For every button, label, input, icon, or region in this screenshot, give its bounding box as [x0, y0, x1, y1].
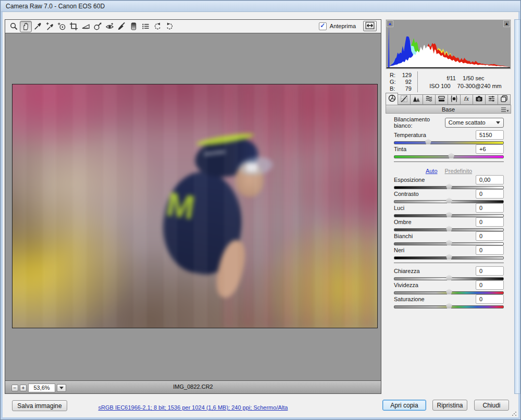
open-copy-button[interactable]: Apri copia	[382, 400, 426, 411]
adjustment-brush-tool-button[interactable]	[116, 21, 128, 32]
preview-image[interactable]: M movistar	[12, 84, 378, 328]
zoom-level-dropdown[interactable]	[57, 384, 66, 392]
detail-tab-icon	[413, 95, 420, 104]
resize-grip[interactable]	[512, 411, 517, 416]
color-sampler-tool-button[interactable]	[44, 21, 56, 32]
tab-detail[interactable]	[411, 94, 423, 105]
zoom-controls: − + 53,6%	[11, 384, 66, 392]
tab-split-toning[interactable]	[436, 94, 448, 105]
slider-row-exposure: Esposizione0,00	[394, 176, 504, 190]
motion-blur-overlay	[13, 84, 377, 328]
auto-link[interactable]: Auto	[426, 168, 438, 174]
titlebar: Camera Raw 7.0 - Canon EOS 60D	[1, 1, 520, 12]
rotate-left-button[interactable]	[152, 21, 164, 32]
targeted-adjustment-tool-button[interactable]	[56, 21, 68, 32]
hand-tool-button[interactable]	[20, 21, 32, 32]
vibrance-label: Vividezza	[394, 282, 418, 288]
shadow-clipping-button[interactable]: ▲	[387, 20, 393, 27]
rotate-right-button[interactable]	[164, 21, 176, 32]
rotate-left-icon	[153, 22, 162, 31]
snapshots-tab-icon	[500, 95, 508, 104]
highlights-value-field[interactable]: 0	[476, 203, 504, 213]
slider-row-tint: Tinta+6	[394, 145, 504, 159]
spot-removal-tool-button[interactable]	[92, 21, 104, 32]
vibrance-value-field[interactable]: 0	[476, 280, 504, 290]
lens-value: 70-300@240 mm	[457, 83, 502, 89]
white-balance-label: Bilanciamento bianco:	[394, 116, 445, 129]
contrast-label: Contrasto	[394, 191, 419, 197]
panel-menu-icon[interactable]	[501, 107, 509, 113]
default-link[interactable]: Predefinito	[445, 168, 473, 174]
fullscreen-arrows-icon	[365, 22, 375, 31]
r-value: 129	[398, 72, 412, 78]
auto-default-links: AutoPredefinito	[394, 166, 504, 175]
section-divider	[394, 162, 504, 163]
tab-effects[interactable]: fx	[461, 94, 473, 105]
zoom-tool-button[interactable]	[8, 21, 20, 32]
white-balance-value: Come scattato	[449, 119, 486, 126]
toggle-fullscreen-button[interactable]	[363, 21, 377, 31]
tint-label: Tinta	[394, 146, 406, 152]
tab-basic[interactable]	[386, 93, 398, 105]
tab-camera-calibration[interactable]	[473, 94, 486, 105]
shadows-value-field[interactable]: 0	[476, 217, 504, 227]
crop-tool-button[interactable]	[68, 21, 80, 32]
white-balance-tool-button[interactable]	[32, 21, 44, 32]
zoom-tool-icon	[9, 22, 18, 31]
crop-tool-icon	[69, 22, 78, 31]
saturation-label: Saturazione	[394, 296, 425, 302]
clarity-label: Chiarezza	[394, 268, 420, 274]
clarity-value-field[interactable]: 0	[476, 266, 504, 276]
panel-scrollbar[interactable]	[514, 19, 520, 394]
whites-label: Bianchi	[394, 233, 413, 239]
whites-value-field[interactable]: 0	[476, 231, 504, 241]
svg-text:fx: fx	[464, 95, 469, 102]
preferences-button[interactable]	[140, 21, 152, 32]
basic-panel-body: Bilanciamento bianco: Come scattato Temp…	[384, 116, 513, 309]
zoom-out-button[interactable]: −	[11, 385, 18, 391]
tab-hsl-grayscale[interactable]	[423, 94, 436, 105]
straighten-tool-button[interactable]	[80, 21, 92, 32]
panel-tabs: fx	[386, 93, 511, 105]
iso-value: ISO 100	[429, 83, 450, 89]
slider-row-contrast: Contrasto0	[394, 190, 504, 204]
tint-value-field[interactable]: +6	[476, 144, 504, 154]
adjustment-brush-tool-icon	[117, 22, 126, 31]
chevron-down-icon	[496, 121, 500, 124]
exposure-value-field[interactable]: 0,00	[476, 175, 504, 184]
contrast-value-field[interactable]: 0	[476, 189, 504, 199]
spot-removal-tool-icon	[93, 22, 102, 31]
graduated-filter-tool-button[interactable]	[128, 21, 140, 32]
tab-presets[interactable]	[486, 94, 498, 105]
preview-checkbox[interactable]: ✓	[319, 22, 327, 30]
lens-tab-icon	[450, 95, 458, 104]
blacks-value-field[interactable]: 0	[476, 245, 504, 255]
workflow-options: sRGB IEC61966-2.1; 8 bit; 1536 per 1024 …	[5, 402, 381, 412]
tab-snapshots[interactable]	[498, 94, 511, 105]
panel-header: Base	[386, 105, 511, 114]
slider-row-blacks: Neri0	[394, 246, 504, 260]
camera-raw-window: Camera Raw 7.0 - Canon EOS 60D ✓ Antepri…	[0, 0, 521, 420]
slider-row-vibrance: Vividezza0	[394, 281, 504, 295]
g-value: 92	[398, 79, 412, 85]
zoom-level-field[interactable]: 53,6%	[28, 384, 55, 392]
slider-row-temp: Temperatura5150	[394, 131, 504, 145]
split-toning-tab-icon	[438, 95, 445, 104]
white-balance-row: Bilanciamento bianco: Come scattato	[394, 116, 504, 129]
presets-tab-icon	[488, 95, 495, 104]
white-balance-select[interactable]: Come scattato	[445, 118, 504, 128]
preferences-icon	[141, 22, 150, 31]
tab-tone-curve[interactable]	[398, 94, 411, 105]
red-eye-tool-button[interactable]	[104, 21, 116, 32]
tab-lens-corrections[interactable]	[448, 94, 461, 105]
zoom-in-button[interactable]: +	[20, 385, 27, 391]
temp-value-field[interactable]: 5150	[476, 130, 504, 140]
saturation-value-field[interactable]: 0	[476, 294, 504, 304]
reset-button[interactable]: Ripristina	[432, 400, 467, 411]
slider-row-saturation: Saturazione0	[394, 295, 504, 309]
preview-controls: ✓ Anteprima	[319, 21, 377, 31]
highlight-clipping-button[interactable]: ▲	[503, 20, 510, 27]
workflow-options-link[interactable]: sRGB IEC61966-2.1; 8 bit; 1536 per 1024 …	[98, 404, 288, 411]
rotate-right-icon	[165, 22, 174, 31]
close-button[interactable]: Chiudi	[474, 400, 509, 411]
